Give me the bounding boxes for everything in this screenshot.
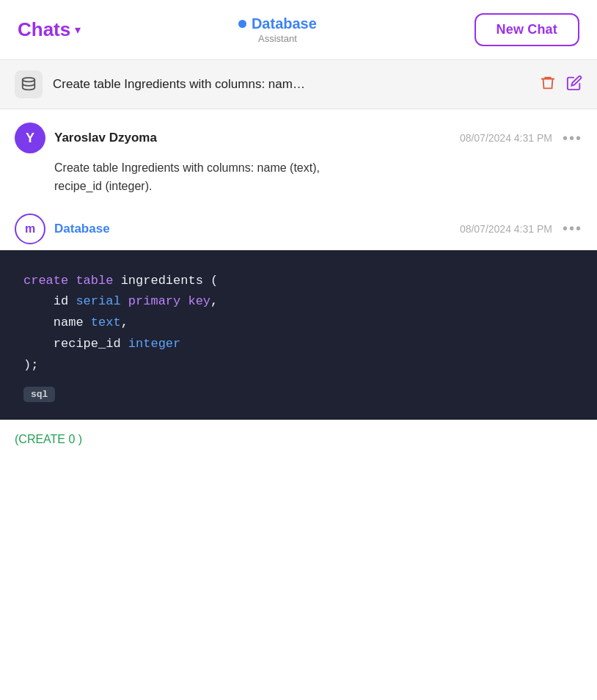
code-col-id: id: [54, 294, 68, 308]
result-text: (CREATE 0 ): [15, 433, 82, 445]
chats-nav[interactable]: Chats ▾: [18, 18, 81, 41]
messages-area: Y Yaroslav Dzyoma 08/07/2024 4:31 PM •••…: [0, 109, 597, 459]
db-status-dot: [238, 20, 246, 28]
assistant-info: Database Assistant: [238, 15, 317, 44]
user-message-line2: recipe_id (integer).: [54, 180, 152, 192]
db-message-header: m Database 08/07/2024 4:31 PM •••: [15, 214, 582, 244]
code-kw-create: create: [23, 274, 68, 288]
svg-point-0: [23, 78, 35, 82]
db-message-more-icon[interactable]: •••: [563, 220, 582, 237]
chat-item-actions: [540, 75, 582, 95]
chat-item-title: Create table Ingredients with columns: n…: [53, 77, 530, 92]
user-message-body: Create table Ingredients with columns: n…: [15, 159, 582, 196]
code-integer: integer: [128, 337, 180, 351]
user-message-header: Y Yaroslav Dzyoma 08/07/2024 4:31 PM •••: [15, 123, 582, 153]
user-message-author: Yaroslav Dzyoma: [54, 131, 157, 145]
user-message: Y Yaroslav Dzyoma 08/07/2024 4:31 PM •••…: [0, 109, 597, 203]
result-row: (CREATE 0 ): [0, 420, 597, 459]
chats-title: Chats: [18, 18, 70, 41]
code-primary: primary key: [128, 294, 210, 308]
new-chat-button[interactable]: New Chat: [475, 13, 579, 46]
app-header: Chats ▾ Database Assistant New Chat: [0, 0, 597, 60]
db-name-label: Database: [252, 15, 317, 32]
code-kw-table: table: [76, 274, 113, 288]
sql-badge: sql: [23, 387, 55, 402]
code-col-recipe: recipe_id: [54, 337, 121, 351]
user-message-line1: Create table Ingredients with columns: n…: [54, 161, 320, 174]
code-content: create table ingredients ( id serial pri…: [23, 271, 574, 376]
db-message-header-left: m Database: [15, 214, 110, 244]
user-avatar: Y: [15, 123, 45, 153]
code-col-name: name: [54, 316, 84, 329]
code-table-name: ingredients: [121, 274, 203, 288]
code-serial: serial: [76, 294, 120, 308]
code-block: create table ingredients ( id serial pri…: [0, 250, 597, 420]
db-message-author: Database: [54, 222, 110, 236]
user-message-more-icon[interactable]: •••: [563, 130, 582, 147]
code-text: text: [91, 316, 121, 329]
edit-chat-icon[interactable]: [566, 75, 582, 95]
db-subtitle-label: Assistant: [258, 33, 297, 44]
db-avatar: m: [15, 214, 45, 244]
db-message: m Database 08/07/2024 4:31 PM •••: [0, 203, 597, 244]
db-message-timestamp: 08/07/2024 4:31 PM: [460, 223, 552, 235]
chevron-down-icon: ▾: [75, 23, 81, 37]
chat-item-icon: [15, 70, 43, 98]
delete-chat-icon[interactable]: [540, 75, 556, 95]
user-message-timestamp: 08/07/2024 4:31 PM: [460, 132, 552, 144]
user-message-header-left: Y Yaroslav Dzyoma: [15, 123, 157, 153]
chat-item-bar: Create table Ingredients with columns: n…: [0, 60, 597, 109]
